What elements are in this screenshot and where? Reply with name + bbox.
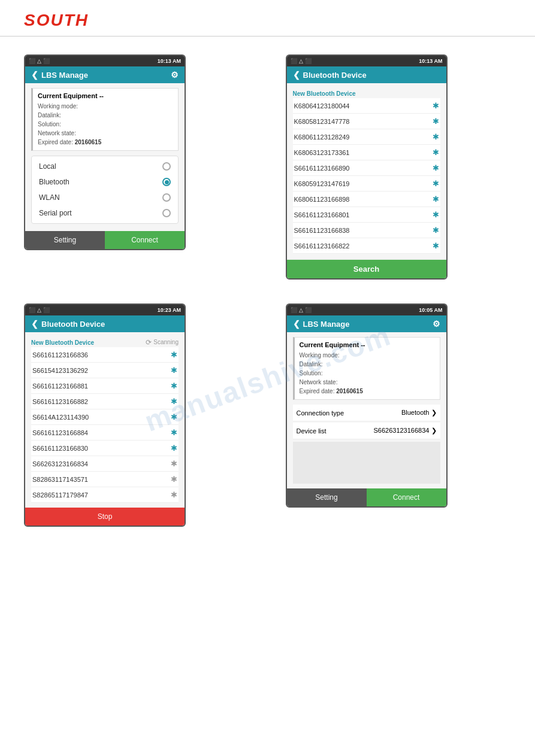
screen3-time: 10:23 AM [158,307,181,313]
bt-icon: ✱ [433,132,439,141]
screen2-device-list: K68064123180044✱ K68058123147778✱ K68061… [293,98,440,254]
bt-device-row[interactable]: K68063123173361✱ [293,145,440,160]
screen2-time: 10:13 AM [419,58,442,64]
bt-device-row[interactable]: S66161123166836✱ [31,347,179,363]
radio-local-label: Local [39,162,56,171]
screen4-equipment-title: Current Equipment -- [300,341,435,348]
screen1-body: Current Equipment -- Working mode: Datal… [25,83,185,231]
screen3-body: New Bluetooth Device ⟳ Scanning S6616112… [25,332,185,508]
bt-icon: ✱ [433,117,439,126]
current-equipment-title: Current Equipment -- [38,92,173,99]
bt-icon-gray: ✱ [171,490,177,499]
s4-working-mode: Working mode: [300,351,435,360]
logo: SOUTH [24,11,511,30]
bt-device-row[interactable]: K68059123147619✱ [293,176,440,192]
bt-device-row[interactable]: S66161123166882✱ [31,394,179,409]
connect-button[interactable]: Connect [105,231,185,249]
screen3-phone: ⬛△⬛ 10:23 AM ❮ Bluetooth Device New Blue… [24,303,186,527]
bt-device-row[interactable]: K68061123128249✱ [293,129,440,145]
bt-device-row[interactable]: S66161123166881✱ [31,378,179,394]
network-state-row: Network state: [38,129,173,138]
screen4-phone: ⬛△⬛ 10:05 AM ❮ LBS Manage ⚙ Current Equi… [286,303,448,508]
screen1-time: 10:13 AM [158,58,181,64]
bt-device-row[interactable]: S66161123166822✱ [293,238,440,254]
s4-network-state: Network state: [300,378,435,387]
bt-icon: ✱ [433,241,439,250]
screen2-title-bar: ❮ Bluetooth Device [287,66,446,83]
screen2-back-icon[interactable]: ❮ [293,70,300,80]
bt-device-row[interactable]: S66161123166890✱ [293,160,440,176]
radio-bluetooth[interactable]: Bluetooth [32,174,178,190]
radio-local-circle[interactable] [162,162,171,171]
device-list-label: Device list [297,427,327,435]
bt-device-row[interactable]: S82865117179847✱ [31,487,179,503]
s4-solution: Solution: [300,369,435,378]
screen4-bottom-buttons: Setting Connect [287,488,446,506]
stop-button[interactable]: Stop [25,508,185,526]
screen4-connect-button[interactable]: Connect [367,488,446,506]
bt-device-row[interactable]: S66154123136292✱ [31,363,179,378]
bt-device-row[interactable]: S66161123166830✱ [31,441,179,456]
settings-icon[interactable]: ⚙ [171,70,179,80]
bt-icon: ✱ [433,163,439,172]
bt-icon: ✱ [171,428,177,437]
current-equipment-box: Current Equipment -- Working mode: Datal… [31,88,179,151]
bt-icon: ✱ [433,195,439,204]
bt-device-row[interactable]: S82863117143571✱ [31,472,179,487]
back-icon[interactable]: ❮ [31,70,38,80]
radio-local[interactable]: Local [32,159,178,174]
bt-device-row[interactable]: S66161123166884✱ [31,425,179,441]
connection-type-row[interactable]: Connection type Bluetooth ❯ [293,405,440,421]
bt-device-row[interactable]: K68064123180044✱ [293,98,440,114]
bt-icon: ✱ [433,210,439,219]
screen2-phone: ⬛△⬛ 10:13 AM ❮ Bluetooth Device New Blue… [286,54,448,280]
screen1-bottom-buttons: Setting Connect [25,231,185,249]
search-button[interactable]: Search [287,260,446,278]
bt-device-row[interactable]: S66161123166801✱ [293,207,440,223]
bt-device-row[interactable]: S66161123166838✱ [293,223,440,238]
radio-wlan-circle[interactable] [162,193,171,202]
screen3-back-icon[interactable]: ❮ [31,319,38,329]
radio-wlan[interactable]: WLAN [32,190,178,205]
screen4-settings-icon[interactable]: ⚙ [433,319,440,329]
radio-menu: Local Bluetooth WLAN Serial port [31,156,179,224]
screen4-section: ⬛△⬛ 10:05 AM ❮ LBS Manage ⚙ Current Equi… [286,303,512,527]
screen4-back-icon[interactable]: ❮ [293,319,300,329]
bt-device-row[interactable]: S66263123166834✱ [31,456,179,472]
bt-icon: ✱ [171,381,177,390]
screen1-phone: ⬛△⬛ 10:13 AM ❮ LBS Manage ⚙ Current Equi… [24,54,186,250]
bt-icon: ✱ [433,101,439,110]
header: SOUTH [0,0,535,37]
screenshots-grid: ⬛△⬛ 10:13 AM ❮ LBS Manage ⚙ Current Equi… [24,54,511,527]
datalink-row: Datalink: [38,111,173,120]
scanning-label: Scanning [153,339,179,345]
screen2-subtitle: New Bluetooth Device [293,88,440,98]
bt-device-row[interactable]: K68058123147778✱ [293,114,440,129]
screen1-status-bar: ⬛△⬛ 10:13 AM [25,56,185,66]
solution-row: Solution: [38,120,173,129]
radio-serial-circle[interactable] [162,209,171,217]
screen4-body: Current Equipment -- Working mode: Datal… [287,332,446,488]
bt-icon: ✱ [433,226,439,235]
radio-serial[interactable]: Serial port [32,205,178,221]
bt-icon: ✱ [171,350,177,359]
device-list-row[interactable]: Device list S66263123166834 ❯ [293,423,440,439]
screen4-equipment-box: Current Equipment -- Working mode: Datal… [293,337,440,400]
bt-icon: ✱ [433,148,439,157]
bt-device-row[interactable]: S6614A123114390✱ [31,409,179,425]
radio-bluetooth-circle[interactable] [162,178,171,186]
screen2-body: New Bluetooth Device K68064123180044✱ K6… [287,83,446,259]
bt-icon: ✱ [171,366,177,375]
expired-val: 20160615 [75,139,102,145]
screen2-title: Bluetooth Device [303,71,367,80]
expired-date-row: Expired date: 20160615 [38,138,173,147]
bt-device-row[interactable]: K68061123166898✱ [293,192,440,207]
screen1-title: LBS Manage [41,71,88,80]
screen4-setting-button[interactable]: Setting [287,488,367,506]
empty-area [293,442,440,484]
bt-icon: ✱ [433,179,439,188]
setting-button[interactable]: Setting [25,231,105,249]
screen3-title: Bluetooth Device [41,320,105,329]
screen3-device-list: S66161123166836✱ S66154123136292✱ S66161… [31,347,179,503]
connection-type-chevron: ❯ [431,409,437,416]
